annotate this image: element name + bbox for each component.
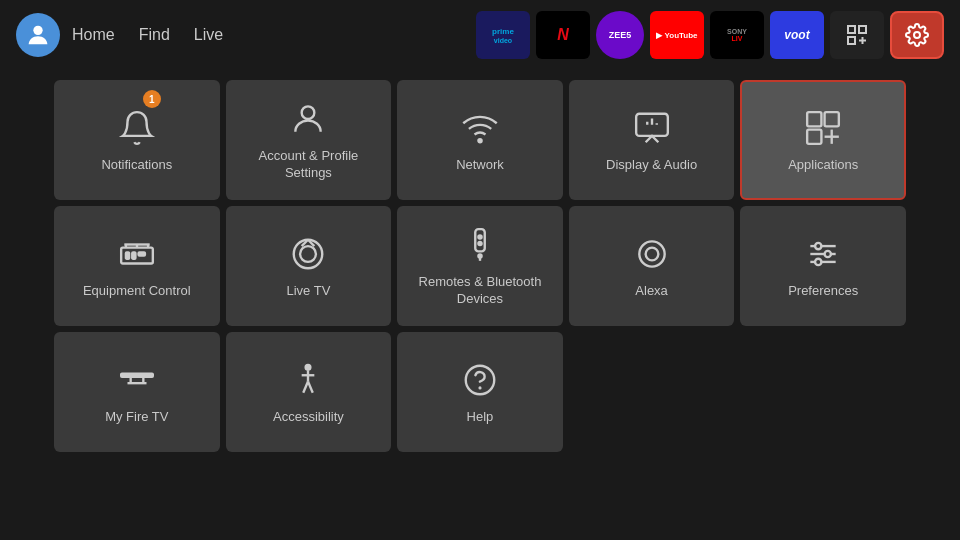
svg-point-45 (306, 365, 311, 370)
avatar[interactable] (16, 13, 60, 57)
tile-empty-1 (569, 332, 735, 452)
svg-point-33 (639, 241, 664, 266)
nav-live[interactable]: Live (194, 26, 223, 44)
tile-applications[interactable]: Applications (740, 80, 906, 200)
app-youtube[interactable]: ▶ YouTube (650, 11, 704, 59)
svg-line-48 (304, 381, 309, 392)
svg-point-6 (914, 32, 920, 38)
tile-remotes-bluetooth[interactable]: Remotes & Bluetooth Devices (397, 206, 563, 326)
svg-rect-19 (138, 252, 144, 255)
tile-notifications[interactable]: 1 Notifications (54, 80, 220, 200)
tile-accessibility[interactable]: Accessibility (226, 332, 392, 452)
live-tv-icon (289, 235, 327, 273)
preferences-icon (804, 235, 842, 273)
notifications-icon (118, 109, 156, 147)
tile-my-fire-tv[interactable]: My Fire TV (54, 332, 220, 452)
settings-grid: 1 Notifications Account & Profile Settin… (54, 80, 906, 452)
tile-display-audio[interactable]: Display & Audio (569, 80, 735, 200)
nav-find[interactable]: Find (139, 26, 170, 44)
tile-live-tv[interactable]: Live TV (226, 206, 392, 326)
svg-rect-3 (848, 37, 855, 44)
svg-point-29 (478, 255, 481, 258)
my-fire-tv-icon (118, 361, 156, 399)
account-label: Account & Profile Settings (234, 148, 384, 182)
network-icon (461, 109, 499, 147)
svg-rect-2 (859, 26, 866, 33)
svg-point-0 (33, 26, 42, 35)
alexa-label: Alexa (635, 283, 668, 300)
svg-rect-13 (807, 129, 821, 143)
svg-line-49 (308, 381, 313, 392)
account-icon (289, 100, 327, 138)
applications-label: Applications (788, 157, 858, 174)
topbar: Home Find Live prime video N ZEE5 ▶ YouT… (0, 0, 960, 70)
svg-point-8 (478, 139, 481, 142)
svg-point-39 (825, 250, 831, 256)
svg-rect-28 (475, 229, 485, 251)
svg-point-32 (478, 242, 481, 245)
app-icons: prime video N ZEE5 ▶ YouTube SONY LIV vo… (476, 11, 944, 59)
nav-home[interactable]: Home (72, 26, 115, 44)
remotes-bluetooth-label: Remotes & Bluetooth Devices (405, 274, 555, 308)
svg-point-40 (815, 258, 821, 264)
help-label: Help (467, 409, 494, 426)
equipment-control-icon (118, 235, 156, 273)
help-icon (461, 361, 499, 399)
svg-point-50 (466, 365, 495, 394)
tile-account[interactable]: Account & Profile Settings (226, 80, 392, 200)
tile-alexa[interactable]: Alexa (569, 206, 735, 326)
live-tv-label: Live TV (286, 283, 330, 300)
settings-main: 1 Notifications Account & Profile Settin… (0, 70, 960, 462)
svg-rect-41 (121, 373, 153, 376)
alexa-icon (633, 235, 671, 273)
svg-point-24 (294, 239, 323, 268)
display-audio-icon (633, 109, 671, 147)
applications-icon (804, 109, 842, 147)
app-prime-video[interactable]: prime video (476, 11, 530, 59)
nav-links: Home Find Live (72, 26, 223, 44)
tile-empty-2 (740, 332, 906, 452)
svg-rect-9 (636, 113, 668, 135)
equipment-control-label: Equipment Control (83, 283, 191, 300)
notifications-label: Notifications (101, 157, 172, 174)
svg-point-25 (300, 246, 316, 262)
svg-rect-17 (126, 252, 129, 258)
svg-rect-18 (132, 252, 135, 258)
my-fire-tv-label: My Fire TV (105, 409, 168, 426)
accessibility-label: Accessibility (273, 409, 344, 426)
svg-point-31 (478, 236, 481, 239)
tile-network[interactable]: Network (397, 80, 563, 200)
app-netflix[interactable]: N (536, 11, 590, 59)
svg-point-7 (302, 106, 315, 119)
tile-preferences[interactable]: Preferences (740, 206, 906, 326)
svg-rect-11 (807, 112, 821, 126)
svg-point-38 (815, 242, 821, 248)
preferences-label: Preferences (788, 283, 858, 300)
app-voot[interactable]: voot (770, 11, 824, 59)
app-sony-liv[interactable]: SONY LIV (710, 11, 764, 59)
accessibility-icon (289, 361, 327, 399)
settings-icon-button[interactable] (890, 11, 944, 59)
app-zee5[interactable]: ZEE5 (596, 11, 644, 59)
tile-help[interactable]: Help (397, 332, 563, 452)
svg-rect-1 (848, 26, 855, 33)
display-audio-label: Display & Audio (606, 157, 697, 174)
svg-point-34 (645, 247, 658, 260)
tile-equipment-control[interactable]: Equipment Control (54, 206, 220, 326)
remotes-bluetooth-icon (461, 226, 499, 264)
notifications-badge: 1 (143, 90, 161, 108)
svg-rect-12 (825, 112, 839, 126)
network-label: Network (456, 157, 504, 174)
app-grid-button[interactable] (830, 11, 884, 59)
